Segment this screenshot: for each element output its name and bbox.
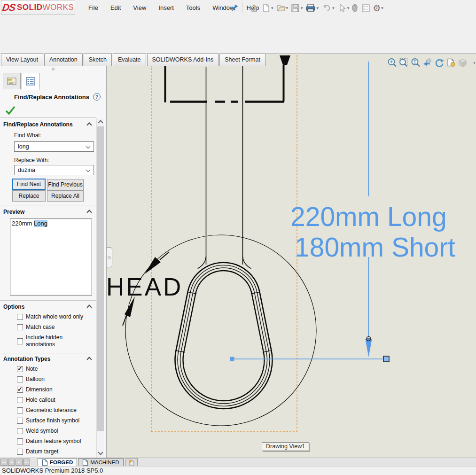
panel-collapse-handle[interactable] (107, 247, 112, 267)
menu-file[interactable]: File (82, 0, 104, 16)
tab-sketch[interactable]: Sketch (84, 54, 112, 66)
zoom-to-area-icon[interactable] (398, 57, 410, 69)
section-annotation-types-header[interactable]: Annotation Types (3, 356, 50, 362)
previous-view-icon[interactable] (421, 57, 433, 69)
endpoint-handle-right[interactable] (383, 356, 389, 362)
view-orientation-icon[interactable] (457, 57, 468, 69)
ok-confirm-icon[interactable] (5, 105, 16, 117)
add-sheet-button[interactable] (125, 458, 138, 466)
panel-splitter[interactable] (0, 66, 106, 72)
tab-solidworks-add-ins[interactable]: SOLIDWORKS Add-Ins (147, 54, 219, 66)
checkbox-box[interactable] (17, 314, 23, 320)
head-note-group[interactable]: HEAD (107, 252, 183, 326)
undo-dropdown[interactable]: ▾ (332, 6, 335, 10)
select-dropdown[interactable]: ▾ (347, 6, 350, 10)
find-next-button[interactable]: Find Next (12, 179, 46, 190)
checkbox-balloon[interactable]: Balloon (17, 376, 45, 382)
tab-sheet-format[interactable]: Sheet Format (219, 54, 265, 66)
combo-dropdown-icon[interactable] (86, 144, 91, 149)
print-dropdown[interactable]: ▾ (317, 6, 319, 10)
redraw-icon[interactable] (433, 57, 445, 69)
collapse-chevron-icon[interactable] (86, 357, 92, 362)
save-dropdown[interactable]: ▾ (301, 6, 303, 10)
checkbox-box[interactable] (17, 407, 23, 413)
dimension-note-line2[interactable]: 180mm Short (295, 232, 455, 262)
checkbox-weld-symbol[interactable]: Weld symbol (17, 428, 58, 434)
collapse-chevron-icon[interactable] (86, 210, 92, 215)
checkbox-box[interactable] (17, 438, 23, 444)
tab-view-layout[interactable]: View Layout (1, 54, 43, 66)
replace-all-button[interactable]: Replace All (47, 190, 84, 202)
last-sheet-button[interactable]: ►| (23, 459, 30, 466)
task-pane-icon[interactable] (359, 1, 372, 15)
sheet-properties-icon[interactable] (445, 57, 457, 69)
section-preview-header[interactable]: Preview (3, 209, 24, 215)
checkbox-note[interactable]: Note (17, 366, 38, 372)
section-options-header[interactable]: Options (3, 304, 24, 310)
tab-annotation[interactable]: Annotation (44, 54, 83, 66)
new-document-icon[interactable]: ▾ (260, 1, 274, 15)
print-icon[interactable]: ▾ (304, 1, 320, 15)
find-previous-button[interactable]: Find Previous (47, 179, 84, 190)
checkbox-box[interactable] (17, 324, 23, 330)
checkbox-datum-feature[interactable]: Datum feature symbol (17, 438, 81, 444)
checkbox-box[interactable] (17, 387, 23, 393)
help-icon[interactable]: ? (93, 93, 101, 101)
checkbox-datum-target[interactable]: Datum target (17, 448, 58, 455)
checkbox-dimension[interactable]: Dimension (17, 386, 53, 393)
drawing-graphics-area[interactable]: HEAD 220mm Long 180mm Short (107, 54, 476, 458)
checkbox-box[interactable] (17, 397, 23, 403)
new-document-dropdown[interactable]: ▾ (271, 6, 273, 10)
replace-button[interactable]: Replace (12, 190, 46, 202)
previous-sheet-button[interactable]: ◄ (8, 459, 15, 466)
scroll-down-icon[interactable] (98, 450, 103, 455)
menu-insert[interactable]: Insert (152, 0, 180, 16)
drawing-canvas[interactable]: HEAD 220mm Long 180mm Short (107, 54, 476, 458)
settings-dropdown[interactable]: ▾ (381, 6, 383, 10)
checkbox-match-case[interactable]: Match case (17, 324, 55, 330)
collapse-chevron-icon[interactable] (86, 304, 92, 310)
open-document-dropdown[interactable]: ▾ (286, 6, 289, 10)
menu-tools[interactable]: Tools (180, 0, 206, 16)
pin-menu-icon[interactable] (230, 3, 239, 13)
checkbox-match-whole-word[interactable]: Match whole word only (17, 313, 83, 320)
forged-rod-geometry[interactable] (125, 55, 316, 426)
select-cursor-icon[interactable]: ▾ (336, 1, 351, 15)
checkbox-geometric-tolerance[interactable]: Geometric tolerance (17, 407, 77, 413)
find-what-combobox[interactable]: long (14, 141, 94, 152)
next-sheet-button[interactable]: ► (16, 459, 23, 466)
checkbox-box[interactable] (17, 418, 23, 424)
home-icon[interactable] (248, 1, 260, 15)
tab-evaluate[interactable]: Evaluate (113, 54, 146, 66)
checkbox-box[interactable] (17, 449, 23, 455)
tab-feature-manager[interactable] (3, 73, 21, 89)
toolbar-more-dropdown[interactable]: ▾ (468, 57, 476, 69)
preview-box[interactable]: 220mm Long (10, 218, 92, 296)
checkbox-box[interactable] (17, 376, 23, 382)
tab-property-manager[interactable] (22, 73, 39, 90)
section-find-replace-header[interactable]: Find/Replace Annotations (3, 121, 73, 128)
selected-dimension-group[interactable]: 220mm Long 180mm Short (230, 62, 456, 362)
checkbox-box[interactable] (17, 428, 23, 434)
checkbox-box[interactable] (17, 338, 23, 344)
dimension-note-line1[interactable]: 220mm Long (290, 202, 447, 232)
panel-scrollbar[interactable] (96, 118, 104, 458)
checkbox-include-hidden[interactable]: Include hidden annotations (17, 334, 92, 348)
checkbox-hole-callout[interactable]: Hole callout (17, 397, 55, 403)
zoom-to-fit-icon[interactable] (386, 57, 398, 69)
save-icon[interactable]: ▾ (289, 1, 304, 15)
checkbox-box[interactable] (17, 366, 23, 372)
scroll-up-icon[interactable] (98, 120, 103, 125)
endpoint-handle-left[interactable] (230, 357, 234, 361)
mouse-gestures-icon[interactable] (350, 1, 359, 15)
menu-view[interactable]: View (127, 0, 152, 16)
first-sheet-button[interactable]: |◄ (0, 459, 8, 466)
combo-dropdown-icon[interactable] (86, 168, 91, 172)
collapse-chevron-icon[interactable] (86, 122, 92, 127)
zoom-in-out-icon[interactable] (410, 57, 421, 69)
dimension-arrowhead[interactable] (366, 339, 372, 357)
sheet-tab-forged[interactable]: FORGED (38, 458, 77, 466)
undo-icon[interactable]: ▾ (320, 1, 336, 15)
menu-edit[interactable]: Edit (104, 0, 127, 16)
open-document-icon[interactable]: ▾ (274, 1, 289, 15)
